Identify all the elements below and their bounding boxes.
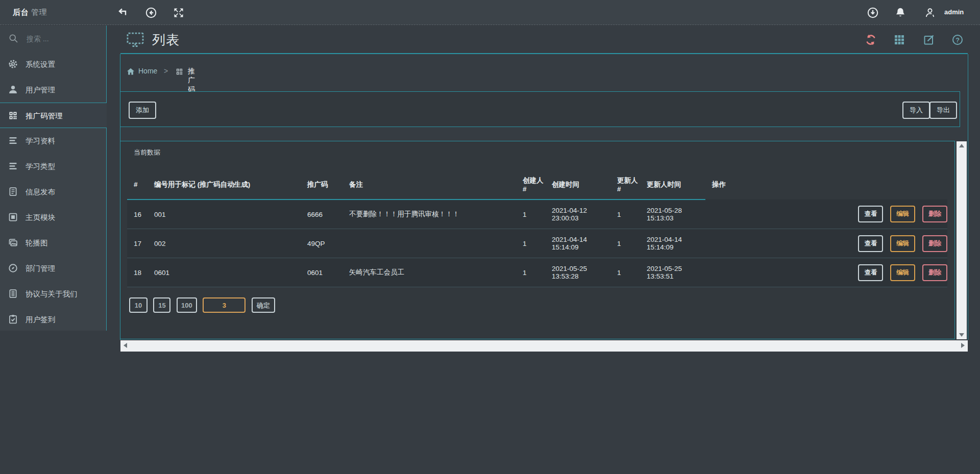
scroll-down-arrow-icon[interactable] — [959, 333, 964, 337]
user-icon[interactable] — [924, 7, 936, 19]
promo-code-table: # 编号用于标记 (推广码自动生成) 推广码 备注 创建人# 创建时间 更新人#… — [127, 171, 947, 287]
sidebar-item-info-publish[interactable]: 信息发布 — [0, 179, 107, 205]
cell-created: 2021-04-14 15:14:09 — [545, 229, 610, 258]
qr-code-icon — [8, 110, 18, 121]
sidebar-item-label: 主页模块 — [26, 213, 55, 222]
cell-updater: 1 — [610, 199, 640, 229]
edit-button[interactable]: 编辑 — [890, 206, 915, 222]
grid-icon[interactable] — [893, 34, 905, 46]
page-size-15-button[interactable]: 15 — [153, 297, 170, 313]
cell-creator: 1 — [516, 199, 545, 229]
delete-button[interactable]: 删除 — [922, 206, 947, 222]
sidebar-item-user-management[interactable]: 用户管理 — [0, 77, 107, 103]
col-header-index: # — [127, 171, 148, 199]
cell-updater: 1 — [610, 229, 640, 258]
cell-actions: 查看 编辑 删除 — [705, 199, 947, 229]
sidebar-item-label: 推广码管理 — [26, 111, 63, 121]
images-icon — [8, 237, 18, 248]
cell-actions: 查看 编辑 删除 — [705, 258, 947, 287]
cell-updater: 1 — [610, 258, 640, 287]
edit-square-icon[interactable] — [923, 34, 935, 46]
cell-code-label: 0601 — [148, 258, 301, 287]
cell-code-label: 001 — [148, 199, 301, 229]
sidebar-item-agreement-about[interactable]: 协议与关于我们 — [0, 281, 107, 307]
breadcrumb-separator: > — [164, 67, 168, 75]
scroll-right-arrow-icon[interactable] — [961, 343, 965, 348]
col-header-updated: 更新人时间 — [640, 171, 705, 199]
col-header-creator: 创建人# — [516, 171, 545, 199]
cell-code-label: 002 — [148, 229, 301, 258]
breadcrumb-home-link[interactable]: Home — [138, 67, 157, 75]
col-header-actions: 操作 — [705, 171, 947, 199]
page-number-input[interactable] — [203, 297, 246, 313]
document-icon — [8, 186, 18, 197]
add-button[interactable]: 添加 — [129, 102, 156, 119]
app-logo[interactable]: 后台管理 — [13, 8, 47, 17]
pagination: 10 15 100 确定 — [129, 297, 279, 314]
sidebar-item-study-material[interactable]: 学习资料 — [0, 128, 107, 154]
sidebar-item-label: 用户管理 — [26, 85, 55, 95]
admin-app: ? 后台管理 admin 系统设置 用户管理 — [0, 0, 980, 474]
table-row: 16 001 6666 不要删除！！！用于腾讯审核！！！ 1 2021-04-1… — [127, 199, 947, 229]
cell-remark: 矢崎汽车工会员工 — [342, 258, 516, 287]
qr-code-icon — [175, 67, 184, 76]
cell-actions: 查看 编辑 删除 — [705, 229, 947, 258]
download-icon[interactable] — [867, 7, 879, 19]
back-circle-icon[interactable] — [145, 7, 157, 19]
sidebar-item-label: 轮播图 — [26, 238, 48, 248]
search-input[interactable] — [26, 32, 94, 45]
logo-bold: 后台 — [13, 8, 29, 16]
delete-button[interactable]: 删除 — [922, 235, 947, 252]
view-button[interactable]: 查看 — [858, 235, 883, 252]
username[interactable]: admin — [944, 8, 964, 16]
horizontal-scrollbar[interactable] — [120, 340, 968, 352]
confirm-button[interactable]: 确定 — [252, 297, 275, 313]
cell-remark — [342, 229, 516, 258]
scroll-up-arrow-icon[interactable] — [959, 144, 964, 147]
sidebar-item-study-type[interactable]: 学习类型 — [0, 154, 107, 179]
sidebar-search — [0, 26, 106, 52]
sidebar-item-carousel[interactable]: 轮播图 — [0, 230, 107, 256]
undo-icon[interactable] — [117, 7, 130, 19]
refresh-icon[interactable] — [865, 34, 877, 46]
agreement-icon — [8, 288, 18, 299]
cell-creator: 1 — [516, 229, 545, 258]
fullscreen-icon[interactable] — [173, 7, 185, 19]
cell-id: 18 — [127, 258, 148, 287]
cell-remark: 不要删除！！！用于腾讯审核！！！ — [342, 199, 516, 229]
page-title: 列表 — [152, 31, 180, 49]
help-icon[interactable] — [951, 34, 964, 46]
sidebar-item-system-settings[interactable]: 系统设置 — [0, 52, 107, 77]
edit-button[interactable]: 编辑 — [890, 235, 915, 252]
sidebar-item-promo-code[interactable]: 推广码管理 — [0, 103, 107, 128]
chevron-down-icon — [8, 62, 14, 68]
data-table-card: 当前数据 # 编号用于标记 (推广码自动生成) 推广码 备注 创建人# 创建时间… — [120, 141, 955, 339]
cell-id: 16 — [127, 199, 148, 229]
toolbar-card: 添加 导入 导出 — [120, 91, 960, 127]
sidebar-item-department[interactable]: 部门管理 — [0, 256, 107, 281]
vertical-scrollbar[interactable] — [957, 141, 967, 339]
sidebar-item-label: 协议与关于我们 — [26, 289, 78, 299]
bell-icon[interactable] — [894, 7, 906, 19]
page-size-10-button[interactable]: 10 — [129, 297, 148, 313]
page-size-100-button[interactable]: 100 — [177, 297, 197, 313]
delete-button[interactable]: 删除 — [922, 264, 947, 281]
import-button[interactable]: 导入 — [902, 102, 930, 119]
table-row: 18 0601 0601 矢崎汽车工会员工 1 2021-05-25 13:53… — [127, 258, 947, 287]
list-icon — [8, 161, 18, 171]
cell-created: 2021-05-25 13:53:28 — [545, 258, 610, 287]
sidebar-item-label: 学习资料 — [26, 136, 55, 146]
cell-promo: 49QP — [301, 229, 342, 258]
sidebar-item-user-checkin[interactable]: 用户签到 — [0, 307, 107, 332]
sidebar: 系统设置 用户管理 推广码管理 学习资料 学习类型 信息发布 主页模块 — [0, 26, 107, 331]
export-button[interactable]: 导出 — [929, 102, 957, 119]
col-header-updater: 更新人# — [610, 171, 640, 199]
scroll-left-arrow-icon[interactable] — [124, 343, 127, 348]
search-icon — [8, 33, 19, 44]
edit-button[interactable]: 编辑 — [890, 264, 915, 281]
view-button[interactable]: 查看 — [858, 264, 883, 281]
user-icon — [8, 84, 18, 95]
sidebar-item-home-module[interactable]: 主页模块 — [0, 205, 107, 230]
home-icon — [126, 67, 135, 76]
view-button[interactable]: 查看 — [858, 206, 883, 222]
